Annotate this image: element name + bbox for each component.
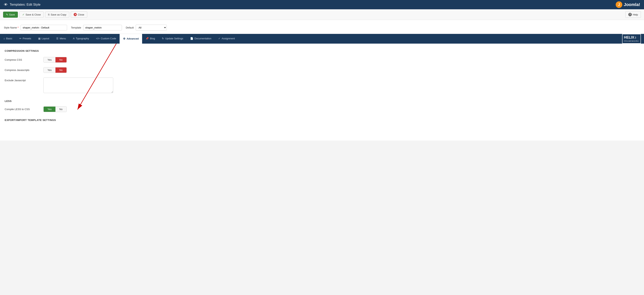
question-icon: ? xyxy=(628,13,632,16)
template-input[interactable] xyxy=(83,25,122,30)
tab-advanced[interactable]: ⚙ Advanced xyxy=(120,34,142,44)
main-content: COMPRESSION SETTINGS Compress CSS Yes No… xyxy=(0,44,644,140)
svg-text:J: J xyxy=(618,2,620,6)
helix-logo: HELIX3 FRAMEWORK xyxy=(619,34,644,44)
save-close-button[interactable]: ✓ Save & Close xyxy=(20,12,44,18)
check-icon: ✓ xyxy=(22,13,24,16)
tab-list: ⌂ Basic ✏ Presets ▦ Layout ☰ Menu A Typo… xyxy=(0,34,238,44)
joomla-logo-area: J Joomla! xyxy=(615,1,640,8)
default-select[interactable]: All xyxy=(136,24,167,30)
top-bar: 👁 Templates: Edit Style J Joomla! xyxy=(0,0,644,9)
compress-js-no-button[interactable]: No xyxy=(56,68,66,73)
pencil-icon: ✏ xyxy=(20,37,22,40)
tab-custom-code[interactable]: </> Custom Code xyxy=(92,34,120,44)
home-icon: ⌂ xyxy=(4,37,5,40)
tab-presets[interactable]: ✏ Presets xyxy=(16,34,35,44)
save-icon: ✎ xyxy=(6,13,8,16)
compress-css-row: Compress CSS Yes No xyxy=(5,57,639,64)
compress-css-toggle: Yes No xyxy=(44,57,67,62)
compress-js-yes-button[interactable]: Yes xyxy=(44,68,56,73)
code-icon: </> xyxy=(96,37,100,40)
tab-documentation[interactable]: 📄 Documentation xyxy=(187,34,215,44)
tab-typography[interactable]: A Typography xyxy=(70,34,92,44)
compile-less-row: Compile LESS to CSS Yes No xyxy=(5,106,639,113)
pin-icon: 📌 xyxy=(146,37,149,40)
style-name-input[interactable] xyxy=(20,25,67,30)
page-title: Templates: Edit Style xyxy=(10,3,40,6)
style-name-group: Style Name * xyxy=(4,25,67,30)
layout-icon: ▦ xyxy=(38,37,40,40)
joomla-icon: J xyxy=(615,1,623,8)
template-label: Template xyxy=(71,26,81,29)
compile-less-toggle: Yes No xyxy=(44,106,67,112)
compile-less-yes-button[interactable]: Yes xyxy=(44,106,56,112)
compile-less-label: Compile LESS to CSS xyxy=(5,106,44,111)
toolbar-buttons: ✎ Save ✓ Save & Close ⎘ Save as Copy ✕ C… xyxy=(3,12,87,18)
less-section-title: LESS xyxy=(5,100,639,102)
tab-navigation: ⌂ Basic ✏ Presets ▦ Layout ☰ Menu A Typo… xyxy=(0,34,644,44)
style-form: Style Name * Template Default All xyxy=(0,20,644,34)
tab-basic[interactable]: ⌂ Basic xyxy=(0,34,16,44)
help-button-area: ? Help xyxy=(626,11,641,18)
joomla-text: Joomla! xyxy=(624,2,640,7)
menu-icon: ☰ xyxy=(56,37,58,40)
tab-update-settings[interactable]: ↻ Update Settings xyxy=(158,34,187,44)
close-icon: ✕ xyxy=(74,13,77,16)
doc-icon: 📄 xyxy=(190,37,193,40)
default-label: Default xyxy=(126,26,134,29)
toolbar: ✎ Save ✓ Save & Close ⎘ Save as Copy ✕ C… xyxy=(0,9,644,20)
helix-framework-logo: HELIX3 FRAMEWORK xyxy=(622,34,641,44)
tab-menu[interactable]: ☰ Menu xyxy=(53,34,70,44)
export-import-section: EXPORT/IMPORT TEMPLATE SETTINGS xyxy=(5,118,639,122)
compress-js-row: Compress Javascripts Yes No xyxy=(5,67,639,74)
close-button[interactable]: ✕ Close xyxy=(71,12,87,18)
default-group: Default All xyxy=(126,24,167,30)
top-bar-title-group: 👁 Templates: Edit Style xyxy=(4,2,40,7)
compress-css-yes-button[interactable]: Yes xyxy=(44,57,56,62)
compress-js-label: Compress Javascripts xyxy=(5,67,44,72)
checkmark-icon: ✓ xyxy=(218,37,220,40)
exclude-js-label: Exclude Javascript xyxy=(5,78,44,82)
exclude-js-textarea[interactable] xyxy=(44,78,113,93)
export-section-title: EXPORT/IMPORT TEMPLATE SETTINGS xyxy=(5,118,639,122)
save-copy-button[interactable]: ⎘ Save as Copy xyxy=(45,12,69,18)
less-settings-section: LESS Compile LESS to CSS Yes No xyxy=(5,100,639,113)
exclude-js-row: Exclude Javascript xyxy=(5,78,639,94)
help-button[interactable]: ? Help xyxy=(626,11,641,18)
eye-icon: 👁 xyxy=(4,2,8,7)
save-button[interactable]: ✎ Save xyxy=(3,12,18,18)
compress-css-label: Compress CSS xyxy=(5,57,44,61)
compression-settings-section: COMPRESSION SETTINGS Compress CSS Yes No… xyxy=(5,50,639,94)
refresh-icon: ↻ xyxy=(162,37,164,40)
gear-icon: ⚙ xyxy=(123,37,126,40)
compression-section-title: COMPRESSION SETTINGS xyxy=(5,50,639,52)
typography-icon: A xyxy=(73,37,75,40)
compress-js-toggle: Yes No xyxy=(44,67,67,73)
tab-layout[interactable]: ▦ Layout xyxy=(35,34,53,44)
template-group: Template xyxy=(71,25,122,30)
tab-assignment[interactable]: ✓ Assignment xyxy=(215,34,238,44)
style-name-label: Style Name * xyxy=(4,26,18,29)
tab-blog[interactable]: 📌 Blog xyxy=(142,34,158,44)
compress-css-no-button[interactable]: No xyxy=(56,57,66,62)
copy-icon: ⎘ xyxy=(48,13,50,16)
compile-less-no-button[interactable]: No xyxy=(56,106,66,112)
